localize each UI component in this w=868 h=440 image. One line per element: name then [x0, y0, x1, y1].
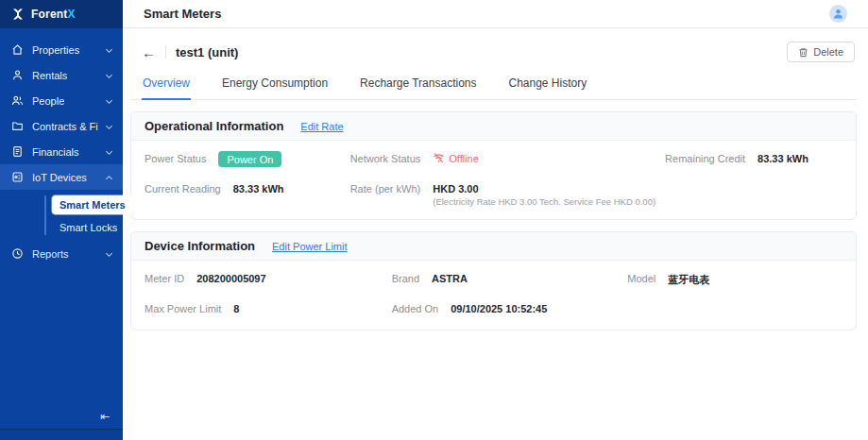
user-avatar[interactable] — [829, 5, 847, 23]
rate-detail: (Electricity Rate HKD 3.00 Tech. Service… — [433, 196, 655, 207]
remaining-credit-field: Remaining Credit 83.33 kWh — [665, 151, 842, 167]
sidebar-item-reports[interactable]: Reports — [0, 241, 123, 266]
tab-recharge-transactions[interactable]: Recharge Transactions — [359, 74, 477, 100]
iot-devices-submenu: Smart Meters Smart Locks — [0, 190, 123, 241]
trash-icon — [798, 47, 808, 58]
edit-power-limit-link[interactable]: Edit Power Limit — [272, 241, 347, 252]
current-reading-field: Current Reading 83.33 kWh — [145, 181, 341, 207]
chevron-down-icon — [106, 123, 112, 129]
brand-name: ForentX — [31, 8, 76, 21]
device-card-header: Device Information Edit Power Limit — [131, 232, 856, 261]
power-status-badge: Power On — [218, 151, 281, 167]
chevron-down-icon — [106, 250, 112, 257]
page-head: ← test1 (unit) Delete — [130, 40, 857, 62]
content: ← test1 (unit) Delete Overview Energy Co… — [123, 28, 868, 440]
sidebar-bottom-band — [0, 429, 123, 440]
chevron-down-icon — [106, 46, 112, 53]
chevron-down-icon — [106, 72, 112, 78]
submenu-rail — [44, 195, 46, 235]
sidebar-nav: Properties Rentals People Contracts & Fi… — [0, 28, 123, 266]
sidebar-item-iot-devices[interactable]: IoT Devices — [0, 164, 123, 190]
sidebar-item-rentals[interactable]: Rentals — [0, 62, 123, 88]
tabs: Overview Energy Consumption Recharge Tra… — [130, 74, 857, 100]
home-icon — [11, 43, 24, 56]
page-header-title: Smart Meters — [144, 7, 221, 21]
sidebar-item-properties[interactable]: Properties — [0, 37, 123, 62]
operational-card-header: Operational Information Edit Rate — [131, 112, 856, 141]
chevron-down-icon — [106, 97, 112, 104]
chevron-down-icon — [106, 148, 112, 155]
sidebar-item-people[interactable]: People — [0, 88, 123, 113]
sidebar-item-contracts-files[interactable]: Contracts & Files — [0, 113, 123, 139]
delete-button-label: Delete — [813, 46, 843, 58]
brand-x-icon — [11, 8, 25, 21]
added-on-field: Added On 09/10/2025 10:52:45 — [392, 301, 619, 317]
collapse-sidebar-icon: ⇤ — [100, 410, 110, 423]
operational-information-card: Operational Information Edit Rate Power … — [130, 111, 857, 220]
collapse-sidebar-button[interactable]: ⇤ — [0, 410, 123, 429]
sidebar: ForentX Properties Rentals People Contra… — [0, 0, 123, 440]
sidebar-subitem-smart-meters[interactable]: Smart Meters — [52, 195, 133, 214]
max-power-limit-field: Max Power Limit 8 — [145, 301, 383, 317]
main-area: Smart Meters ← test1 (unit) Delete Overv… — [123, 0, 868, 440]
network-status-value: Offline — [433, 151, 479, 164]
operational-card-body: Power Status Power On Network Status Off… — [131, 141, 856, 219]
edit-rate-link[interactable]: Edit Rate — [300, 121, 343, 132]
user-icon — [832, 8, 844, 20]
folder-icon — [11, 120, 24, 132]
iot-device-icon — [11, 171, 24, 183]
tab-change-history[interactable]: Change History — [507, 74, 587, 100]
meter-id-field: Meter ID 208200005097 — [145, 271, 383, 287]
device-information-card: Device Information Edit Power Limit Mete… — [130, 231, 857, 330]
delete-button[interactable]: Delete — [787, 42, 855, 62]
operational-card-title: Operational Information — [145, 119, 283, 133]
document-icon — [11, 145, 24, 158]
sidebar-subitem-smart-locks[interactable]: Smart Locks — [52, 218, 125, 237]
empty-cell — [665, 181, 842, 207]
head-divider — [165, 45, 166, 59]
page-title: test1 (unit) — [176, 45, 238, 59]
app-logo[interactable]: ForentX — [0, 0, 123, 28]
tab-energy-consumption[interactable]: Energy Consumption — [221, 74, 329, 100]
topbar: Smart Meters — [123, 0, 868, 28]
clock-icon — [11, 247, 24, 260]
power-status-field: Power Status Power On — [145, 151, 341, 167]
back-button[interactable]: ← — [142, 45, 156, 59]
people-icon — [11, 94, 24, 107]
model-field: Model 蓝牙电表 — [627, 271, 842, 287]
tab-overview[interactable]: Overview — [142, 74, 191, 100]
brand-field: Brand ASTRA — [392, 271, 619, 287]
rate-value-block: HKD 3.00 (Electricity Rate HKD 3.00 Tech… — [433, 181, 655, 207]
chevron-up-icon — [106, 175, 112, 181]
rate-field: Rate (per kWh) HKD 3.00 (Electricity Rat… — [350, 181, 655, 207]
network-status-field: Network Status Offline — [350, 151, 655, 167]
sidebar-footer: ⇤ — [0, 410, 123, 440]
empty-cell — [627, 301, 842, 317]
person-icon — [11, 69, 24, 81]
wifi-off-icon — [433, 152, 445, 164]
sidebar-item-financials[interactable]: Financials — [0, 139, 123, 164]
device-card-body: Meter ID 208200005097 Brand ASTRA Model … — [131, 261, 856, 330]
device-card-title: Device Information — [145, 239, 255, 253]
